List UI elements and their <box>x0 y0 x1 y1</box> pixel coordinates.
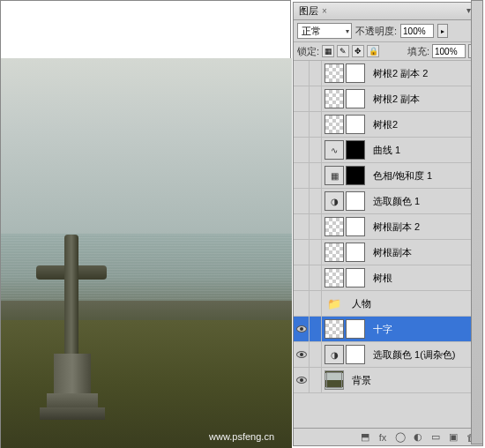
layer-row[interactable]: ◑选取颜色 1 <box>294 189 482 214</box>
new-group-icon[interactable]: ▭ <box>429 431 442 444</box>
visibility-toggle[interactable] <box>294 240 310 265</box>
eye-icon <box>296 351 307 358</box>
layer-name-label[interactable]: 色相/饱和度 1 <box>368 169 432 183</box>
panel-tab-close-icon[interactable]: × <box>322 6 327 16</box>
layer-thumbnails: 📁 <box>322 294 347 313</box>
visibility-toggle[interactable] <box>294 214 310 239</box>
visibility-toggle[interactable] <box>294 265 310 290</box>
link-column[interactable] <box>310 291 322 316</box>
lock-pixels-icon[interactable]: ✎ <box>337 45 349 57</box>
visibility-toggle[interactable] <box>294 138 310 162</box>
visibility-toggle[interactable] <box>294 368 310 392</box>
link-column[interactable] <box>310 342 322 367</box>
layer-thumbnail <box>325 370 344 390</box>
visibility-toggle[interactable] <box>294 342 310 367</box>
layer-thumbnails: ◑ <box>322 345 368 364</box>
layer-name-label[interactable]: 树根 <box>368 272 392 285</box>
layer-name-label[interactable]: 背景 <box>347 374 371 387</box>
layer-row[interactable]: 十字 <box>294 317 482 342</box>
layer-row[interactable]: 📁人物 <box>294 291 482 317</box>
panel-dock-strip[interactable] <box>471 0 483 444</box>
lock-transparency-icon[interactable]: ▦ <box>322 45 334 57</box>
link-column[interactable] <box>310 189 322 213</box>
lock-position-icon[interactable]: ✥ <box>352 45 364 57</box>
layer-mask-thumbnail <box>346 268 365 287</box>
layer-row[interactable]: 树根2 <box>294 112 482 138</box>
add-mask-icon[interactable]: ◯ <box>394 431 407 444</box>
visibility-toggle[interactable] <box>294 189 310 213</box>
link-column[interactable] <box>310 240 322 265</box>
link-column[interactable] <box>310 317 322 341</box>
visibility-toggle[interactable] <box>294 112 310 137</box>
layer-name-label[interactable]: 树根副本 <box>368 246 412 259</box>
lock-fill-row: 锁定: ▦ ✎ ✥ 🔒 填充: 100% ▸ <box>294 42 482 61</box>
layer-name-label[interactable]: 树根副本 2 <box>368 220 420 234</box>
layer-name-label[interactable]: 选取颜色 1 <box>368 195 420 208</box>
blend-mode-value: 正常 <box>302 25 321 38</box>
layers-list[interactable]: 树根2 副本 2树根2 副本树根2∿曲线 1▦色相/饱和度 1◑选取颜色 1树根… <box>294 61 482 428</box>
layer-thumbnail <box>325 319 344 339</box>
opacity-flyout-icon[interactable]: ▸ <box>437 24 448 38</box>
layer-row[interactable]: 树根2 副本 2 <box>294 61 482 86</box>
cross-subject <box>36 235 107 420</box>
layer-row[interactable]: 树根 <box>294 265 482 291</box>
adjustment-icon: ◑ <box>325 345 344 364</box>
sky-area <box>1 58 292 234</box>
layer-name-label[interactable]: 树根2 <box>368 118 398 131</box>
layer-name-label[interactable]: 选取颜色 1(调杂色) <box>368 348 456 362</box>
link-column[interactable] <box>310 214 322 239</box>
link-column[interactable] <box>310 163 322 188</box>
layer-row[interactable]: 树根副本 2 <box>294 214 482 240</box>
document-canvas[interactable]: www.psfeng.cn <box>0 0 291 448</box>
layer-thumbnails <box>322 115 368 134</box>
visibility-toggle[interactable] <box>294 86 310 111</box>
layer-mask-thumbnail <box>346 166 365 185</box>
layer-row[interactable]: ∿曲线 1 <box>294 138 482 163</box>
link-column[interactable] <box>310 368 322 392</box>
lock-all-icon[interactable]: 🔒 <box>367 45 379 57</box>
link-column[interactable] <box>310 61 322 86</box>
adjustment-icon: ▦ <box>325 166 344 185</box>
fill-value: 100% <box>435 47 458 56</box>
visibility-toggle[interactable] <box>294 163 310 188</box>
visibility-toggle[interactable] <box>294 317 310 341</box>
canvas-artwork: www.psfeng.cn <box>1 58 292 448</box>
layer-row[interactable]: 树根2 副本 <box>294 86 482 112</box>
layer-row[interactable]: 背景 <box>294 368 482 393</box>
layer-name-label[interactable]: 十字 <box>368 323 392 336</box>
layer-mask-thumbnail <box>346 217 365 236</box>
layer-thumbnail <box>325 243 344 262</box>
link-column[interactable] <box>310 265 322 290</box>
layer-style-icon[interactable]: fx <box>377 431 389 444</box>
layer-mask-thumbnail <box>346 115 365 134</box>
layer-row[interactable]: ▦色相/饱和度 1 <box>294 163 482 189</box>
link-column[interactable] <box>310 112 322 137</box>
layer-thumbnails <box>322 243 368 262</box>
opacity-input[interactable]: 100% <box>400 24 434 38</box>
adjustment-layer-icon[interactable]: ◐ <box>412 431 424 444</box>
layer-thumbnails <box>322 319 368 339</box>
layer-mask-thumbnail <box>346 243 365 262</box>
visibility-toggle[interactable] <box>294 61 310 86</box>
layer-row[interactable]: 树根副本 <box>294 240 482 265</box>
fill-input[interactable]: 100% <box>432 44 466 58</box>
panel-tab-layers[interactable]: 图层 × ▾ ⎯ <box>294 3 482 20</box>
layer-mask-thumbnail <box>346 191 365 211</box>
visibility-toggle[interactable] <box>294 291 310 316</box>
layer-name-label[interactable]: 曲线 1 <box>368 144 400 157</box>
layer-name-label[interactable]: 树根2 副本 <box>368 93 420 106</box>
link-column[interactable] <box>310 138 322 162</box>
link-layers-icon[interactable]: ⬒ <box>359 431 371 444</box>
layer-thumbnails: ▦ <box>322 166 368 185</box>
layer-thumbnail <box>325 115 344 134</box>
eye-icon <box>296 325 307 332</box>
layer-row[interactable]: ◑选取颜色 1(调杂色) <box>294 342 482 368</box>
layer-name-label[interactable]: 树根2 副本 2 <box>368 67 428 80</box>
link-column[interactable] <box>310 86 322 111</box>
new-layer-icon[interactable]: ▣ <box>447 431 459 444</box>
blend-mode-dropdown[interactable]: 正常 <box>297 23 352 39</box>
layer-name-label[interactable]: 人物 <box>347 297 371 310</box>
layer-thumbnails <box>322 268 368 287</box>
opacity-label: 不透明度: <box>355 25 397 38</box>
layers-panel: 图层 × ▾ ⎯ 正常 不透明度: 100% ▸ 锁定: ▦ ✎ ✥ 🔒 填充:… <box>293 2 483 446</box>
